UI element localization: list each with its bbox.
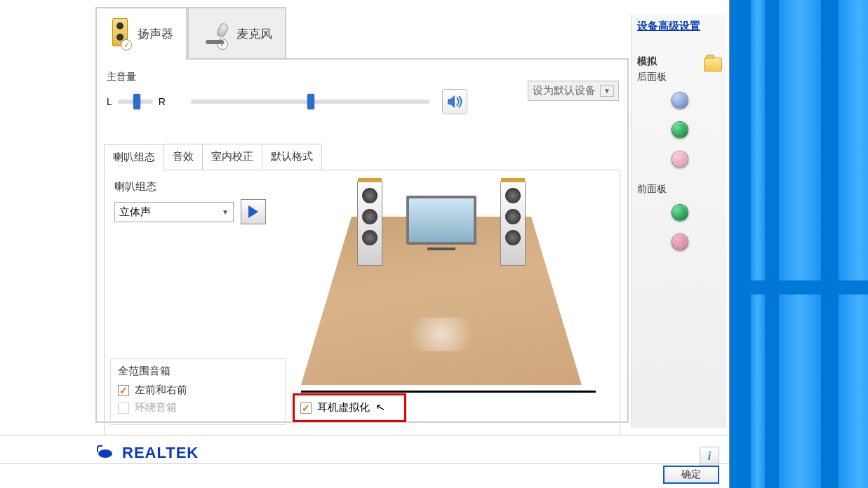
realtek-brand-text: REALTEK — [122, 444, 199, 462]
checkbox-surround — [118, 402, 129, 414]
checkbox-headphone-virtual[interactable] — [300, 402, 312, 414]
svg-marker-0 — [448, 95, 455, 108]
headphone-virtual-label: 耳机虚拟化 — [317, 401, 370, 414]
full-range-title: 全范围音箱 — [118, 365, 278, 378]
play-icon — [248, 205, 258, 218]
mute-button[interactable] — [442, 89, 467, 114]
subtab-room-correction[interactable]: 室内校正 — [202, 144, 262, 170]
speaker-icon: ✓ — [109, 18, 131, 50]
speaker-config-panel: 喇叭组态 立体声 ▼ — [104, 170, 620, 437]
sub-tabs: 喇叭组态 音效 室内校正 默认格式 — [104, 144, 620, 170]
microphone-icon: ✓ — [201, 20, 229, 48]
jack-front-green[interactable] — [672, 204, 688, 221]
checkbox-front-lr-label: 左前和右前 — [135, 384, 187, 397]
headphone-virtualization-group: 耳机虚拟化 ↖ — [293, 393, 406, 422]
set-default-device-dropdown[interactable]: 设为默认设备 ▼ — [528, 81, 619, 101]
back-panel-label: 后面板 — [637, 71, 722, 83]
jack-rear-pink[interactable] — [672, 151, 688, 168]
front-left-speaker-icon[interactable] — [357, 182, 382, 266]
device-tabs: ✓ 扬声器 ✓ 麦克风 — [95, 7, 629, 60]
test-play-button[interactable] — [241, 199, 266, 224]
full-range-group: 全范围音箱 左前和右前 环绕音箱 — [110, 358, 286, 425]
front-panel-label: 前面板 — [637, 183, 722, 196]
balance-left-label: L — [107, 96, 112, 107]
checkbox-front-lr[interactable] — [118, 385, 129, 396]
checkbox-surround-label: 环绕音箱 — [135, 401, 177, 414]
advanced-settings-link[interactable]: 设备高级设置 — [637, 20, 722, 33]
sound-icon — [446, 95, 463, 109]
subtab-sound-effect[interactable]: 音效 — [163, 144, 203, 170]
folder-icon[interactable] — [704, 57, 722, 72]
footer: REALTEK i 确定 — [0, 435, 729, 488]
set-default-device-label: 设为默认设备 — [533, 84, 596, 97]
jack-rear-green[interactable] — [672, 121, 688, 138]
tv-icon — [406, 196, 476, 252]
balance-right-label: R — [159, 96, 166, 107]
realtek-logo: REALTEK — [95, 444, 199, 462]
realtek-crab-icon — [95, 445, 115, 461]
realtek-audio-manager: ✓ 扬声器 ✓ 麦克风 主音量 L R — [0, 0, 730, 488]
connector-panel: 设备高级设置 模拟 后面板 前面板 — [631, 14, 726, 428]
mouse-cursor-icon: ↖ — [374, 400, 386, 416]
speaker-config-value: 立体声 — [119, 205, 151, 219]
speaker-config-select[interactable]: 立体声 ▼ — [114, 202, 234, 222]
subtab-default-format[interactable]: 默认格式 — [262, 144, 322, 170]
subtab-speaker-config[interactable]: 喇叭组态 — [104, 144, 164, 170]
speaker-layout-diagram — [301, 175, 582, 385]
tab-speakers-label: 扬声器 — [138, 26, 173, 42]
tab-microphone-label: 麦克风 — [236, 26, 272, 42]
content-panel: 主音量 L R — [95, 58, 629, 423]
jack-rear-blue[interactable] — [672, 92, 688, 109]
balance-slider[interactable] — [118, 100, 153, 104]
jack-front-pink[interactable] — [672, 233, 688, 250]
tab-microphone[interactable]: ✓ 麦克风 — [187, 7, 286, 60]
chevron-down-icon: ▼ — [600, 85, 614, 97]
ok-button[interactable]: 确定 — [663, 466, 719, 484]
front-right-speaker-icon[interactable] — [500, 182, 526, 266]
tab-speakers[interactable]: ✓ 扬声器 — [95, 7, 187, 60]
master-volume-slider[interactable] — [191, 100, 429, 104]
chevron-down-icon: ▼ — [222, 208, 229, 216]
